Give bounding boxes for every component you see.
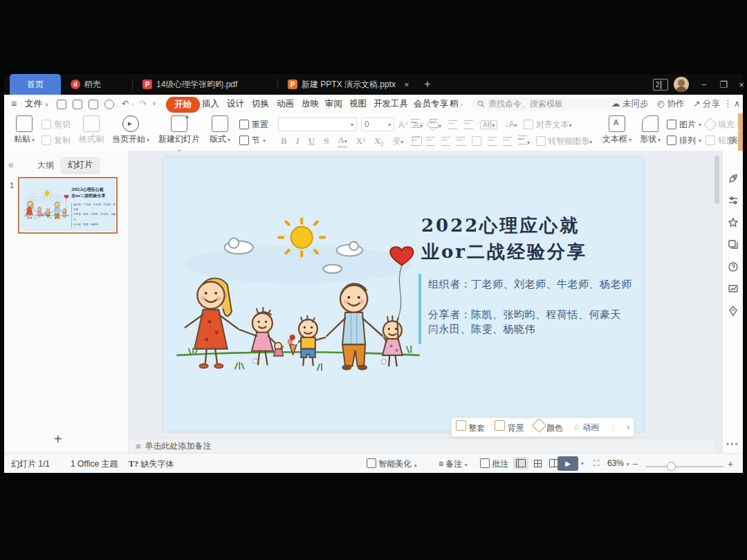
settings-sliders-icon[interactable] xyxy=(728,195,739,206)
organizer-text[interactable]: 组织者：丁老师、刘老师、牛老师、杨老师 xyxy=(428,277,632,291)
share-button[interactable]: ↗ 分享 xyxy=(693,98,720,110)
save-icon[interactable] xyxy=(57,100,66,109)
shape-button[interactable]: 形状 ▾ xyxy=(636,115,664,145)
numbering-button[interactable]: ▾ xyxy=(430,119,441,130)
hamburger-icon[interactable]: ≡ xyxy=(11,98,17,109)
tab-close-icon[interactable]: × xyxy=(404,80,409,90)
outline-tab[interactable]: 大纲 xyxy=(37,160,54,171)
align-center-icon[interactable] xyxy=(426,137,435,146)
zoom-out-button[interactable]: − xyxy=(632,458,638,469)
to-smartart-button[interactable]: 转智能图形▾ xyxy=(536,136,592,147)
smart-beautify-button[interactable]: 智能美化 ▴ xyxy=(367,458,417,470)
menu-tab-design[interactable]: 设计 xyxy=(227,98,244,110)
picture-button[interactable]: 图片▾ xyxy=(667,117,701,132)
font-family-select[interactable]: ▾ xyxy=(278,118,357,131)
more-menu-icon[interactable]: ⋮ xyxy=(723,98,732,109)
vertical-scrollbar[interactable] xyxy=(714,156,719,204)
slide-title[interactable]: 2022心理应心就 业or二战经验分享 xyxy=(421,213,639,265)
collapse-panel-icon[interactable]: « xyxy=(8,159,14,170)
notes-toggle-button[interactable]: ≡ 备注 ▾ xyxy=(439,458,468,470)
format-painter-button[interactable]: 格式刷 xyxy=(76,115,107,144)
section-button[interactable]: 节▾ xyxy=(239,133,266,148)
menu-tab-view[interactable]: 视图 xyxy=(349,98,367,110)
layout-button[interactable]: 版式 ▾ xyxy=(205,115,235,145)
play-slideshow-button[interactable]: ▶ xyxy=(557,456,578,471)
idea-icon[interactable] xyxy=(728,306,739,317)
animation-button[interactable]: ☆ 动画 xyxy=(573,422,599,433)
line-options-icon[interactable]: ▾ xyxy=(518,136,530,147)
underline-button[interactable]: U xyxy=(308,136,315,147)
increase-indent-icon[interactable] xyxy=(464,120,473,129)
collapse-ribbon-icon[interactable]: ∧ xyxy=(734,98,740,109)
close-button[interactable]: × xyxy=(733,74,747,95)
tab-pdf-document[interactable]: P 14级心理学张昀昀.pdf xyxy=(136,74,278,95)
increase-font-icon[interactable]: A⁺ xyxy=(398,120,409,130)
menu-tab-review[interactable]: 审阅 xyxy=(325,98,342,110)
notes-bar[interactable]: ≡ 单击此处添加备注 xyxy=(129,438,714,453)
play-from-current-button[interactable]: ▸ 当页开始 ▾ xyxy=(109,115,152,145)
zoom-in-button[interactable]: + xyxy=(728,458,733,469)
color-button[interactable]: 颜色 xyxy=(534,420,563,434)
new-slide-button[interactable]: + 新建幻灯片 ▾ xyxy=(156,115,202,151)
subscript-button[interactable]: X₂ xyxy=(374,136,383,147)
reset-button[interactable]: 重置 xyxy=(239,117,268,132)
bullets-button[interactable]: ▾ xyxy=(411,119,423,130)
menu-tab-slideshow[interactable]: 放映 xyxy=(302,98,319,110)
decrease-indent-icon[interactable] xyxy=(448,120,457,129)
chart-tools-icon[interactable] xyxy=(728,283,739,295)
cut-button[interactable]: 剪切 xyxy=(42,117,71,132)
print-icon[interactable] xyxy=(89,100,98,109)
rocket-tool-icon[interactable] xyxy=(728,173,739,184)
slide-sorter-view-button[interactable] xyxy=(530,457,545,469)
textbox-button[interactable]: A 文本框 ▾ xyxy=(600,115,634,145)
maximize-button[interactable]: ❐ xyxy=(715,74,732,95)
window-count-badge[interactable]: 2▎ xyxy=(653,79,668,91)
phonetic-guide-button[interactable]: 变▾ xyxy=(392,136,403,147)
undo-icon[interactable]: ↶ · xyxy=(122,98,134,109)
layers-icon[interactable] xyxy=(728,239,739,250)
zoom-level[interactable]: 63% ▾ xyxy=(607,458,629,468)
theme-name[interactable]: 1 Office 主题 xyxy=(71,458,118,470)
slide-1[interactable]: 2022心理应心就 业or二战经验分享 组织者：丁老师、刘老师、牛老师、杨老师 … xyxy=(164,158,643,431)
bold-button[interactable]: B xyxy=(281,136,287,147)
add-slide-button[interactable]: + xyxy=(54,431,62,447)
tab-docer[interactable]: d 稻壳 xyxy=(64,74,133,95)
align-text-button[interactable]: 对齐文本▾ xyxy=(524,119,571,131)
collaborate-button[interactable]: ◴ 协作 xyxy=(657,98,684,110)
text-direction-button[interactable]: AB▾ xyxy=(480,120,497,129)
arrange-button[interactable]: 排列▾ xyxy=(667,133,701,148)
present-panel-strip[interactable]: › xyxy=(738,113,743,151)
tab-home[interactable]: 首页 xyxy=(10,74,61,95)
sync-status[interactable]: ☁ 未同步 xyxy=(611,98,648,110)
fit-slide-icon[interactable]: ⛶ xyxy=(593,458,599,468)
superscript-button[interactable]: X² xyxy=(356,136,365,147)
char-spacing-button[interactable]: ↓A▾ xyxy=(504,120,517,129)
fill-button[interactable]: 填充▾ xyxy=(706,117,740,132)
new-tab-button[interactable]: + xyxy=(419,74,436,95)
menu-tab-animation[interactable]: 动画 xyxy=(277,98,294,110)
command-search-input[interactable]: 查找命令、搜索模板 xyxy=(472,97,625,111)
menu-tab-docer[interactable]: 稻 › xyxy=(450,98,463,110)
file-menu[interactable]: 文件 ∨ xyxy=(25,98,48,110)
menu-tab-transition[interactable]: 切换 xyxy=(252,98,269,110)
comments-button[interactable]: 批注 xyxy=(480,458,508,470)
background-button[interactable]: 背景 xyxy=(495,420,524,434)
paste-button[interactable]: 粘贴 ▾ xyxy=(10,115,39,145)
help-icon[interactable] xyxy=(728,261,739,272)
family-illustration[interactable] xyxy=(169,206,427,380)
suite-button[interactable]: 整套 xyxy=(456,420,485,434)
slide-thumbnail[interactable]: 2022心理应心就业or二战经验分享 组织者：丁老师、刘老师、牛老师、杨老师 分… xyxy=(18,177,118,234)
line-spacing-icon[interactable] xyxy=(488,137,497,146)
play-options-icon[interactable]: ▾ xyxy=(581,460,584,467)
rail-more-icon[interactable]: ••• xyxy=(726,440,739,449)
menu-tab-insert[interactable]: 插入 xyxy=(202,98,219,110)
zoom-slider[interactable] xyxy=(646,466,723,467)
find-icon[interactable] xyxy=(104,100,114,109)
zoom-slider-knob[interactable] xyxy=(667,462,676,471)
menu-tab-home-ribbon[interactable]: 开始 xyxy=(166,97,200,113)
minimize-button[interactable]: − xyxy=(696,74,712,95)
menu-tab-member[interactable]: 会员专享 xyxy=(414,98,448,110)
distribute-icon[interactable] xyxy=(472,136,481,146)
star-resources-icon[interactable] xyxy=(728,217,739,228)
font-size-select[interactable]: 0▾ xyxy=(361,118,394,131)
